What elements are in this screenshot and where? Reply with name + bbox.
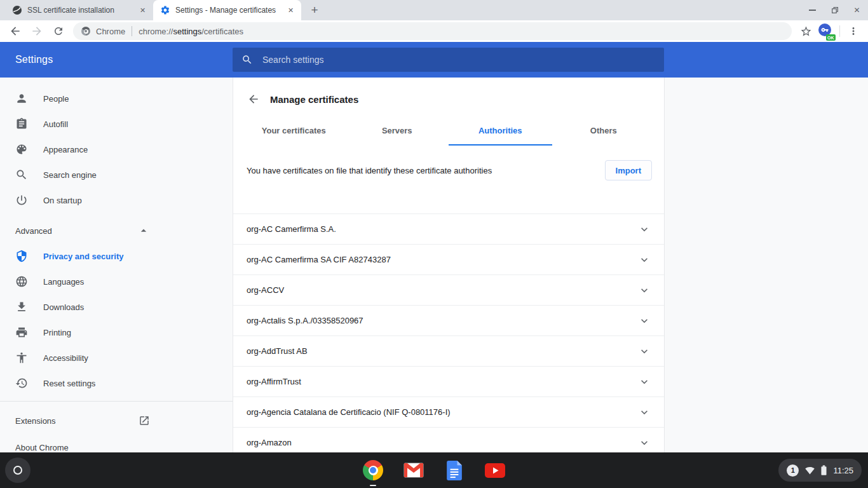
omnibox[interactable]: Chrome chrome://settings/certificates (73, 22, 792, 40)
back-to-settings-button[interactable] (246, 92, 261, 107)
globe-icon (15, 275, 28, 288)
battery-icon (821, 465, 827, 475)
restore-button[interactable] (824, 0, 846, 20)
shield-icon (15, 250, 28, 262)
chevron-down-icon[interactable] (638, 223, 651, 236)
sidebar-item-label: Accessibility (43, 353, 88, 363)
back-button[interactable] (6, 22, 24, 40)
certificate-row[interactable]: org-AC Camerfirma S.A. (233, 214, 664, 245)
certificate-label: org-Amazon (247, 438, 292, 447)
sidebar-item-label: Privacy and security (43, 252, 123, 261)
key-icon (821, 26, 829, 34)
chevron-down-icon[interactable] (638, 406, 651, 419)
reload-button[interactable] (50, 22, 67, 40)
chevron-down-icon[interactable] (638, 345, 651, 358)
sidebar-item-search-engine[interactable]: Search engine (0, 162, 161, 187)
search-settings-input[interactable] (262, 55, 655, 65)
search-icon (241, 54, 253, 65)
sidebar-item-extensions[interactable]: Extensions (0, 407, 161, 435)
shelf-app-docs[interactable] (444, 452, 465, 488)
sidebar-item-about-chrome[interactable]: About Chrome (0, 435, 161, 452)
certificate-tabs: Your certificates Servers Authorities Ot… (242, 126, 655, 146)
tab-close-icon[interactable]: ✕ (137, 5, 148, 16)
sidebar-item-accessibility[interactable]: Accessibility (0, 345, 161, 370)
settings-search-field[interactable] (233, 48, 664, 72)
launcher-button[interactable] (5, 458, 31, 483)
system-tray[interactable]: 1 11:25 (778, 459, 862, 482)
certificate-label: org-AddTrust AB (247, 346, 308, 356)
chevron-down-icon[interactable] (638, 315, 651, 327)
certificate-row[interactable]: org-AffirmTrust (233, 367, 664, 397)
extension-status-badge: OK (826, 34, 836, 41)
close-window-button[interactable]: ✕ (846, 0, 868, 20)
chevron-down-icon[interactable] (638, 254, 651, 266)
certificate-row[interactable]: org-Agencia Catalana de Certificacio (NI… (233, 397, 664, 428)
certificate-label: org-Actalis S.p.A./03358520967 (247, 316, 363, 325)
omnibox-separator (132, 26, 132, 36)
browser-menu-button[interactable] (844, 22, 862, 40)
import-button[interactable]: Import (605, 160, 652, 180)
sidebar-item-languages[interactable]: Languages (0, 269, 161, 294)
settings-page: People Autofill Appearance Search engine… (0, 78, 868, 452)
browser-tab-settings[interactable]: Settings - Manage certificates ✕ (153, 0, 301, 20)
browser-tab-ssl[interactable]: SSL certificate installation ✕ (5, 0, 153, 20)
certificate-label: org-Agencia Catalana de Certificacio (NI… (247, 407, 451, 417)
sidebar-item-label: People (43, 94, 69, 104)
certificate-row[interactable]: org-AC Camerfirma SA CIF A82743287 (233, 245, 664, 275)
shelf-app-chrome[interactable] (363, 452, 383, 488)
sidebar-item-label: Autofill (43, 119, 68, 129)
tab-authorities[interactable]: Authorities (449, 126, 552, 146)
chevron-down-icon[interactable] (638, 437, 651, 449)
extension-icon: OK (818, 24, 834, 39)
shelf-app-youtube[interactable] (485, 452, 505, 488)
back-icon (9, 25, 22, 37)
arrow-back-icon (247, 93, 260, 105)
minimize-button[interactable] (801, 0, 824, 20)
extension-button[interactable]: OK (817, 22, 835, 40)
page-background (665, 78, 868, 452)
restore-icon (831, 6, 839, 15)
url-scheme: chrome:// (139, 27, 173, 36)
new-tab-button[interactable]: + (306, 1, 323, 19)
sidebar-item-label: Printing (43, 328, 71, 337)
shelf-apps (363, 452, 505, 488)
certificate-row[interactable]: org-ACCV (233, 275, 664, 306)
forward-button[interactable] (28, 22, 46, 40)
shelf-app-gmail[interactable] (403, 452, 424, 488)
sidebar-item-appearance[interactable]: Appearance (0, 137, 161, 162)
certificate-label: org-ACCV (247, 285, 284, 295)
tab-title: Settings - Manage certificates (175, 6, 283, 15)
sidebar-item-autofill[interactable]: Autofill (0, 111, 161, 137)
sidebar-item-on-startup[interactable]: On startup (0, 187, 161, 213)
tab-servers[interactable]: Servers (346, 126, 449, 146)
gear-favicon-icon (160, 5, 170, 15)
download-icon (15, 301, 28, 313)
chevron-down-icon[interactable] (638, 284, 651, 297)
sidebar-item-downloads[interactable]: Downloads (0, 294, 161, 320)
chevron-down-icon[interactable] (638, 376, 651, 388)
sidebar-advanced-toggle[interactable]: Advanced (0, 218, 161, 243)
certificate-row[interactable]: org-Actalis S.p.A./03358520967 (233, 306, 664, 336)
extensions-label: Extensions (15, 416, 56, 426)
window-controls: ✕ (801, 0, 868, 20)
person-icon (15, 92, 28, 105)
sidebar-item-reset-settings[interactable]: Reset settings (0, 370, 161, 396)
sidebar-item-printing[interactable]: Printing (0, 320, 161, 345)
tab-title: SSL certificate installation (27, 6, 135, 15)
settings-sidebar: People Autofill Appearance Search engine… (0, 78, 233, 452)
certificate-row[interactable]: org-AddTrust AB (233, 336, 664, 367)
bookmark-star-button[interactable] (797, 22, 815, 40)
tab-close-icon[interactable]: ✕ (285, 5, 296, 16)
tab-your-certificates[interactable]: Your certificates (242, 126, 346, 146)
settings-title: Settings (15, 54, 53, 65)
certificate-row[interactable]: org-Amazon (233, 428, 664, 452)
sidebar-item-label: Reset settings (43, 379, 95, 388)
youtube-icon (485, 463, 505, 478)
search-icon (15, 168, 28, 181)
sidebar-item-people[interactable]: People (0, 86, 161, 111)
toolbar-divider (839, 25, 840, 37)
sidebar-item-label: On startup (43, 196, 82, 205)
tab-others[interactable]: Others (552, 126, 656, 146)
sidebar-item-privacy-security[interactable]: Privacy and security (0, 243, 161, 269)
running-indicator (370, 485, 376, 486)
